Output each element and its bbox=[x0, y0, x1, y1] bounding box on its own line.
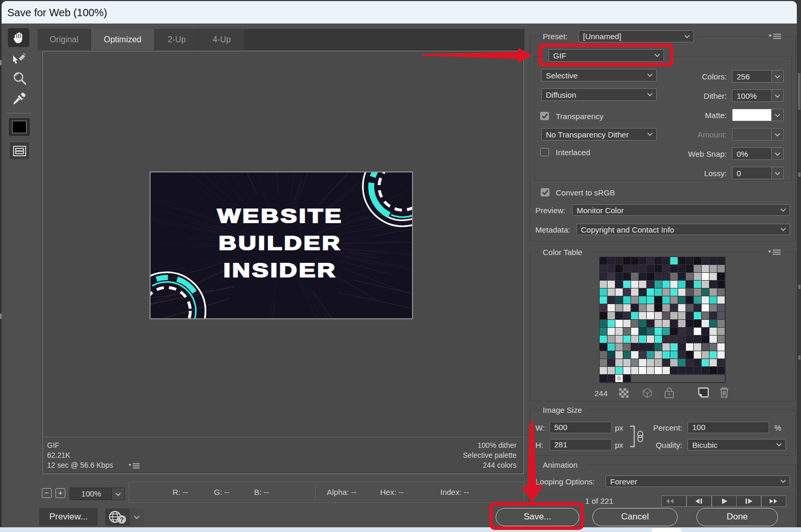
svg-text:WEBSITE: WEBSITE bbox=[218, 205, 344, 227]
svg-text:?: ? bbox=[120, 516, 123, 524]
svg-text:INSIDER: INSIDER bbox=[223, 260, 337, 281]
svg-text:BUILDER: BUILDER bbox=[219, 233, 341, 254]
